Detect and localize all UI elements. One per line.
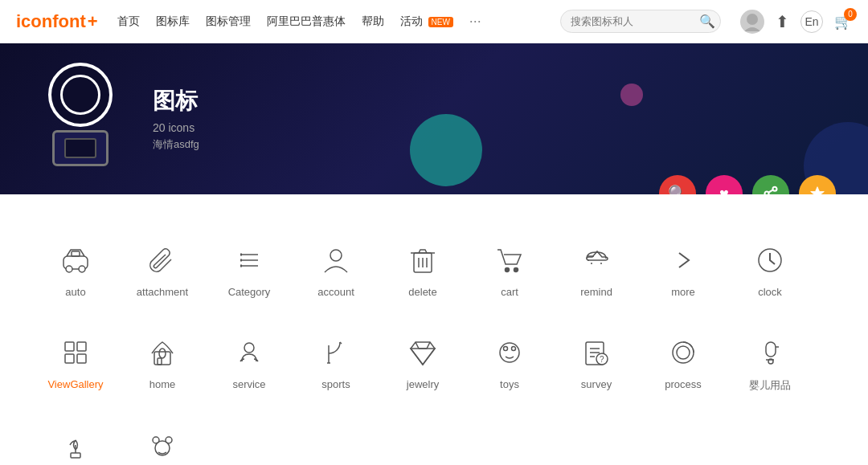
svg-point-46 bbox=[500, 343, 519, 362]
svg-rect-35 bbox=[158, 358, 162, 365]
icon-item-baby[interactable]: 婴儿用品 bbox=[727, 319, 813, 406]
icon-row-2: ViewGallery home service sp bbox=[32, 319, 836, 406]
auto-icon bbox=[58, 243, 93, 278]
logo-text: iconfont bbox=[16, 11, 86, 32]
search-action-button[interactable]: 🔍 bbox=[659, 175, 696, 194]
hero-actions: 🔍 ♥ bbox=[659, 175, 836, 194]
icon-item-auto[interactable]: auto bbox=[32, 226, 119, 311]
svg-point-17 bbox=[330, 250, 342, 261]
icon-item-viewgallery[interactable]: ViewGallery bbox=[32, 319, 119, 406]
favorite-action-button[interactable]: ♥ bbox=[706, 175, 743, 194]
nav-help[interactable]: 帮助 bbox=[362, 14, 384, 29]
svg-rect-58 bbox=[766, 342, 776, 357]
viewgallery-icon bbox=[58, 335, 93, 370]
nav-activity[interactable]: 活动 NEW bbox=[400, 14, 453, 29]
hero-count: 20 icons bbox=[153, 121, 199, 134]
cart-label: cart bbox=[501, 286, 518, 298]
navbar: iconfont+ 首页 图标库 图标管理 阿里巴巴普惠体 帮助 活动 NEW … bbox=[0, 0, 868, 43]
icon-item-account[interactable]: account bbox=[293, 226, 379, 311]
svg-point-9 bbox=[79, 266, 85, 272]
svg-point-23 bbox=[506, 268, 510, 272]
jewelry-icon bbox=[405, 335, 440, 370]
more-nav[interactable]: ··· bbox=[469, 13, 481, 30]
avatar[interactable] bbox=[740, 10, 764, 34]
nav-links: 首页 图标库 图标管理 阿里巴巴普惠体 帮助 活动 NEW ··· bbox=[117, 13, 481, 30]
home-icon bbox=[145, 335, 180, 370]
robot-illustration bbox=[32, 63, 129, 175]
nav-font[interactable]: 阿里巴巴普惠体 bbox=[267, 14, 346, 29]
svg-point-57 bbox=[677, 346, 690, 359]
svg-marker-6 bbox=[811, 187, 825, 194]
icon-item-toys[interactable]: toys bbox=[466, 319, 553, 406]
process-label: process bbox=[665, 378, 702, 390]
survey-label: survey bbox=[581, 378, 612, 390]
category-icon bbox=[231, 243, 267, 278]
attachment-label: attachment bbox=[137, 286, 188, 298]
icon-item-service[interactable]: service bbox=[206, 319, 293, 406]
nav-library[interactable]: 图标库 bbox=[156, 14, 190, 29]
garden-icon bbox=[58, 430, 93, 465]
baby-icon bbox=[752, 335, 788, 370]
pet-icon bbox=[145, 430, 180, 465]
icon-item-more[interactable]: more bbox=[640, 226, 727, 311]
baby-label: 婴儿用品 bbox=[749, 378, 791, 393]
svg-point-48 bbox=[512, 347, 516, 351]
icon-item-survey[interactable]: ? ? survey bbox=[553, 319, 640, 406]
activity-badge: NEW bbox=[428, 17, 453, 27]
toys-icon bbox=[492, 335, 527, 370]
logo[interactable]: iconfont+ bbox=[16, 11, 98, 32]
add-action-button[interactable] bbox=[799, 175, 836, 194]
svg-point-1 bbox=[773, 187, 777, 191]
search-bar[interactable]: 🔍 bbox=[560, 10, 721, 33]
account-icon bbox=[318, 243, 354, 278]
home-label: home bbox=[149, 378, 176, 390]
icon-item-home[interactable]: home bbox=[119, 319, 206, 406]
share-action-button[interactable] bbox=[752, 175, 789, 194]
more-label: more bbox=[671, 286, 695, 298]
search-input[interactable] bbox=[571, 15, 699, 27]
icon-item-pet[interactable]: 宠物用品 bbox=[119, 414, 206, 465]
icon-item-attachment[interactable]: attachment bbox=[119, 226, 206, 311]
svg-point-37 bbox=[244, 343, 254, 353]
delete-icon bbox=[405, 243, 440, 278]
icon-item-jewelry[interactable]: jewelry bbox=[379, 319, 466, 406]
sports-icon bbox=[318, 335, 354, 370]
upload-icon[interactable]: ⬆ bbox=[776, 12, 789, 31]
icon-grid: auto attachment Category account bbox=[0, 194, 868, 465]
icon-item-remind[interactable]: remind bbox=[553, 226, 640, 311]
nav-manage[interactable]: 图标管理 bbox=[206, 14, 251, 29]
icon-row-1: auto attachment Category account bbox=[32, 226, 836, 311]
cart-icon-item bbox=[492, 243, 527, 278]
icon-item-garden[interactable]: 园艺用品 bbox=[32, 414, 119, 465]
svg-text:?: ? bbox=[600, 355, 604, 364]
search-icon[interactable]: 🔍 bbox=[699, 14, 715, 29]
robot-head bbox=[48, 63, 113, 127]
cart-icon[interactable]: 🛒 0 bbox=[834, 13, 852, 31]
svg-point-8 bbox=[66, 266, 72, 272]
remind-icon bbox=[579, 243, 614, 278]
icon-row-3: 园艺用品 宠物用品 bbox=[32, 414, 836, 465]
svg-point-47 bbox=[504, 347, 508, 351]
icon-item-cart[interactable]: cart bbox=[466, 226, 553, 311]
attachment-icon bbox=[145, 243, 180, 278]
icon-item-clock[interactable]: clock bbox=[727, 226, 813, 311]
icon-item-category[interactable]: Category bbox=[206, 226, 293, 311]
auto-label: auto bbox=[65, 286, 85, 298]
nav-home[interactable]: 首页 bbox=[117, 14, 140, 29]
lang-icon[interactable]: En bbox=[800, 10, 823, 33]
hero-title: 图标 bbox=[153, 86, 199, 116]
process-icon bbox=[665, 335, 701, 370]
robot-eye bbox=[60, 75, 100, 115]
hero-author: 海情asdfg bbox=[153, 137, 199, 152]
icon-item-sports[interactable]: sports bbox=[293, 319, 379, 406]
svg-rect-10 bbox=[72, 251, 80, 256]
robot-body bbox=[52, 130, 108, 166]
svg-rect-32 bbox=[65, 354, 74, 363]
icon-item-delete[interactable]: delete bbox=[379, 226, 466, 311]
viewgallery-label: ViewGallery bbox=[47, 378, 103, 390]
svg-rect-31 bbox=[77, 342, 86, 351]
account-label: account bbox=[317, 286, 354, 298]
svg-rect-30 bbox=[65, 342, 74, 351]
icon-item-process[interactable]: process bbox=[640, 319, 727, 406]
svg-line-43 bbox=[416, 342, 419, 349]
